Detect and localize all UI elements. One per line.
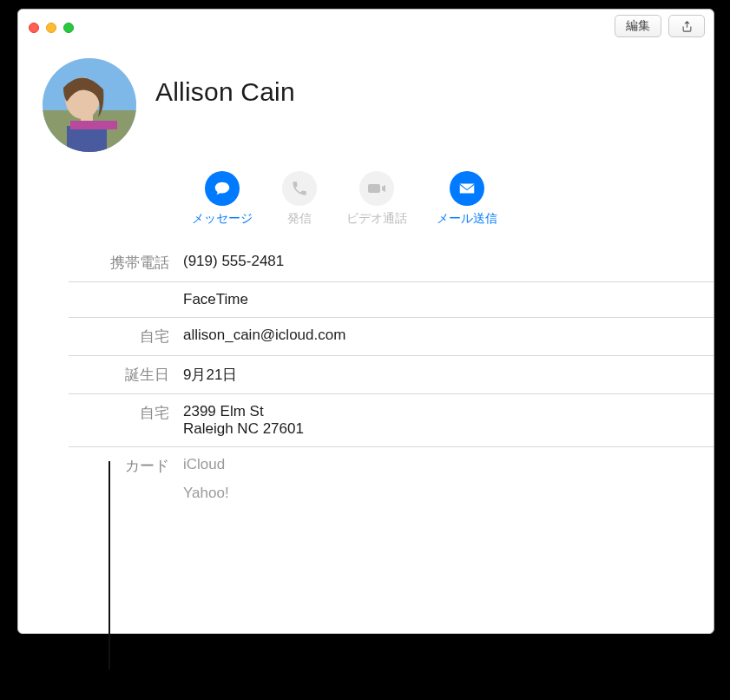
phone-icon	[291, 180, 308, 197]
video-call-button[interactable]: ビデオ通話	[346, 171, 407, 227]
field-value: 9月21日	[183, 365, 714, 385]
card-source-row: Yahoo!	[69, 485, 714, 511]
window-controls	[27, 19, 76, 33]
video-icon	[366, 178, 387, 199]
field-label: 誕生日	[69, 365, 183, 385]
field-row[interactable]: FaceTime	[69, 282, 714, 318]
close-window-icon[interactable]	[29, 23, 39, 33]
contact-fields: 携帯電話 (919) 555-2481 FaceTime 自宅 allison_…	[18, 244, 714, 511]
card-source-row: カード iCloud	[69, 447, 714, 485]
field-label: 自宅	[69, 327, 183, 347]
edit-button[interactable]: 編集	[615, 15, 661, 37]
call-button[interactable]: 発信	[282, 171, 317, 227]
field-label	[69, 291, 183, 308]
field-row[interactable]: 携帯電話 (919) 555-2481	[69, 244, 714, 282]
field-row[interactable]: 誕生日 9月21日	[69, 356, 714, 394]
field-value: allison_cain@icloud.com	[183, 327, 714, 347]
share-button[interactable]	[668, 15, 705, 37]
callout-line	[109, 461, 110, 670]
message-label: メッセージ	[192, 211, 253, 227]
svg-rect-4	[70, 121, 117, 129]
card-value: iCloud	[183, 456, 714, 476]
contact-name: Allison Cain	[155, 77, 295, 107]
field-label: 携帯電話	[69, 253, 183, 273]
zoom-window-icon[interactable]	[63, 23, 74, 33]
field-value: 2399 Elm St Raleigh NC 27601	[183, 403, 714, 438]
field-value: FaceTime	[183, 291, 714, 308]
mail-button[interactable]: メール送信	[437, 171, 497, 227]
contact-avatar[interactable]	[43, 58, 136, 152]
share-icon	[681, 20, 694, 33]
video-label: ビデオ通話	[346, 211, 407, 227]
quick-actions: メッセージ 発信 ビデオ通話 メール送信	[192, 171, 714, 227]
minimize-window-icon[interactable]	[46, 23, 56, 33]
mail-label: メール送信	[437, 211, 497, 227]
title-bar: 編集	[18, 10, 714, 43]
field-value: (919) 555-2481	[183, 253, 714, 273]
card-value: Yahoo!	[183, 485, 714, 502]
field-row[interactable]: 自宅 allison_cain@icloud.com	[69, 318, 714, 356]
message-bubble-icon	[213, 179, 232, 198]
field-row[interactable]: 自宅 2399 Elm St Raleigh NC 27601	[69, 394, 714, 447]
message-button[interactable]: メッセージ	[192, 171, 253, 227]
svg-rect-3	[67, 126, 107, 152]
field-label: 自宅	[69, 403, 183, 438]
card-label: カード	[69, 456, 183, 476]
envelope-icon	[457, 179, 477, 198]
call-label: 発信	[287, 211, 312, 227]
card-label	[69, 485, 183, 502]
contact-card-window: 編集 Allison Cain	[17, 9, 714, 634]
